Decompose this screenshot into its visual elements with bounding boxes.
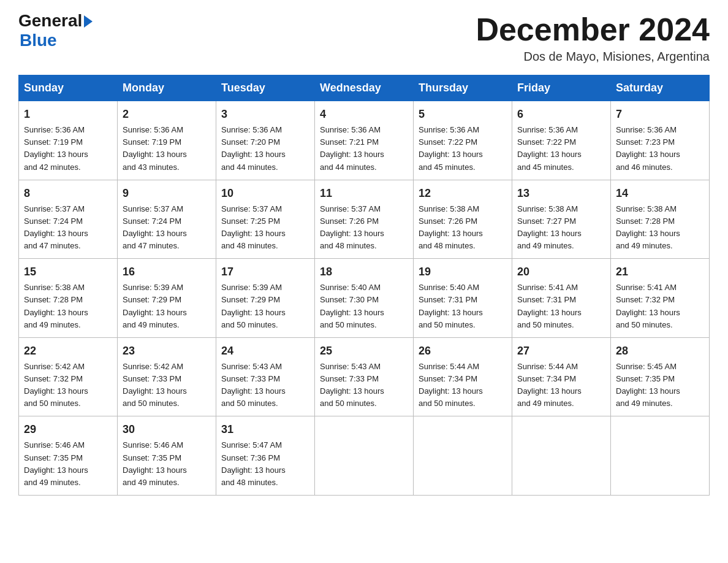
calendar-cell (512, 416, 611, 496)
day-number: 30 (123, 421, 211, 438)
calendar-cell: 5 Sunrise: 5:36 AMSunset: 7:22 PMDayligh… (414, 101, 512, 180)
day-number: 18 (320, 264, 408, 280)
day-info: Sunrise: 5:46 AMSunset: 7:35 PMDaylight:… (24, 440, 88, 486)
calendar-cell: 9 Sunrise: 5:37 AMSunset: 7:24 PMDayligh… (118, 180, 216, 259)
day-info: Sunrise: 5:44 AMSunset: 7:34 PMDaylight:… (419, 362, 483, 408)
day-number: 7 (616, 106, 704, 123)
calendar-week-row: 29 Sunrise: 5:46 AMSunset: 7:35 PMDaylig… (19, 416, 710, 496)
day-number: 19 (419, 264, 507, 280)
logo-text: General (18, 12, 93, 29)
title-area: December 2024 Dos de Mayo, Misiones, Arg… (476, 12, 710, 64)
calendar-cell: 14 Sunrise: 5:38 AMSunset: 7:28 PMDaylig… (611, 180, 710, 259)
calendar-cell: 18 Sunrise: 5:40 AMSunset: 7:30 PMDaylig… (315, 259, 414, 338)
day-header-sunday: Sunday (19, 75, 118, 101)
calendar-cell: 30 Sunrise: 5:46 AMSunset: 7:35 PMDaylig… (118, 416, 216, 496)
calendar-cell: 19 Sunrise: 5:40 AMSunset: 7:31 PMDaylig… (414, 259, 512, 338)
day-number: 25 (320, 343, 408, 359)
calendar-week-row: 22 Sunrise: 5:42 AMSunset: 7:32 PMDaylig… (19, 337, 710, 416)
day-number: 10 (221, 185, 309, 202)
day-info: Sunrise: 5:36 AMSunset: 7:22 PMDaylight:… (419, 125, 483, 171)
day-number: 8 (24, 185, 112, 202)
day-number: 21 (616, 264, 704, 280)
day-header-thursday: Thursday (414, 75, 512, 101)
calendar-cell: 16 Sunrise: 5:39 AMSunset: 7:29 PMDaylig… (118, 259, 216, 338)
day-number: 3 (221, 106, 309, 123)
day-number: 16 (123, 264, 211, 280)
logo-arrow-icon (84, 15, 93, 28)
day-info: Sunrise: 5:36 AMSunset: 7:20 PMDaylight:… (221, 125, 286, 171)
calendar-table: SundayMondayTuesdayWednesdayThursdayFrid… (18, 75, 710, 496)
day-number: 1 (24, 106, 112, 123)
calendar-cell: 4 Sunrise: 5:36 AMSunset: 7:21 PMDayligh… (315, 101, 414, 180)
day-info: Sunrise: 5:38 AMSunset: 7:26 PMDaylight:… (419, 204, 483, 250)
day-number: 26 (419, 343, 507, 359)
calendar-week-row: 8 Sunrise: 5:37 AMSunset: 7:24 PMDayligh… (19, 180, 710, 259)
day-info: Sunrise: 5:40 AMSunset: 7:31 PMDaylight:… (419, 283, 483, 329)
day-number: 13 (517, 185, 605, 202)
calendar-cell: 25 Sunrise: 5:43 AMSunset: 7:33 PMDaylig… (315, 337, 414, 416)
day-info: Sunrise: 5:36 AMSunset: 7:23 PMDaylight:… (616, 125, 680, 171)
calendar-cell: 11 Sunrise: 5:37 AMSunset: 7:26 PMDaylig… (315, 180, 414, 259)
calendar-cell: 8 Sunrise: 5:37 AMSunset: 7:24 PMDayligh… (19, 180, 118, 259)
calendar-cell: 28 Sunrise: 5:45 AMSunset: 7:35 PMDaylig… (611, 337, 710, 416)
calendar-cell: 17 Sunrise: 5:39 AMSunset: 7:29 PMDaylig… (216, 259, 315, 338)
day-number: 2 (123, 106, 211, 123)
calendar-cell (611, 416, 710, 496)
calendar-cell: 27 Sunrise: 5:44 AMSunset: 7:34 PMDaylig… (512, 337, 611, 416)
day-info: Sunrise: 5:38 AMSunset: 7:28 PMDaylight:… (616, 204, 680, 250)
day-info: Sunrise: 5:45 AMSunset: 7:35 PMDaylight:… (616, 362, 680, 408)
month-title: December 2024 (476, 12, 710, 47)
day-header-wednesday: Wednesday (315, 75, 414, 101)
calendar-cell: 23 Sunrise: 5:42 AMSunset: 7:33 PMDaylig… (118, 337, 216, 416)
day-header-saturday: Saturday (611, 75, 710, 101)
day-number: 15 (24, 264, 112, 280)
day-number: 20 (517, 264, 605, 280)
day-info: Sunrise: 5:42 AMSunset: 7:32 PMDaylight:… (24, 362, 88, 408)
day-info: Sunrise: 5:39 AMSunset: 7:29 PMDaylight:… (123, 283, 187, 329)
calendar-cell (414, 416, 512, 496)
day-header-tuesday: Tuesday (216, 75, 315, 101)
day-info: Sunrise: 5:47 AMSunset: 7:36 PMDaylight:… (221, 440, 286, 486)
day-number: 29 (24, 421, 112, 438)
day-number: 28 (616, 343, 704, 359)
day-info: Sunrise: 5:37 AMSunset: 7:24 PMDaylight:… (123, 204, 187, 250)
day-info: Sunrise: 5:41 AMSunset: 7:32 PMDaylight:… (616, 283, 680, 329)
page-header: General Blue December 2024 Dos de Mayo, … (18, 12, 710, 64)
calendar-cell: 21 Sunrise: 5:41 AMSunset: 7:32 PMDaylig… (611, 259, 710, 338)
day-number: 24 (221, 343, 309, 359)
day-number: 31 (221, 421, 309, 438)
day-number: 6 (517, 106, 605, 123)
calendar-cell: 10 Sunrise: 5:37 AMSunset: 7:25 PMDaylig… (216, 180, 315, 259)
calendar-week-row: 1 Sunrise: 5:36 AMSunset: 7:19 PMDayligh… (19, 101, 710, 180)
calendar-cell: 26 Sunrise: 5:44 AMSunset: 7:34 PMDaylig… (414, 337, 512, 416)
calendar-cell: 6 Sunrise: 5:36 AMSunset: 7:22 PMDayligh… (512, 101, 611, 180)
day-info: Sunrise: 5:37 AMSunset: 7:26 PMDaylight:… (320, 204, 384, 250)
day-info: Sunrise: 5:40 AMSunset: 7:30 PMDaylight:… (320, 283, 384, 329)
calendar-cell: 29 Sunrise: 5:46 AMSunset: 7:35 PMDaylig… (19, 416, 118, 496)
day-header-monday: Monday (118, 75, 216, 101)
calendar-cell: 22 Sunrise: 5:42 AMSunset: 7:32 PMDaylig… (19, 337, 118, 416)
calendar-cell: 13 Sunrise: 5:38 AMSunset: 7:27 PMDaylig… (512, 180, 611, 259)
day-number: 12 (419, 185, 507, 202)
calendar-cell (315, 416, 414, 496)
location-subtitle: Dos de Mayo, Misiones, Argentina (476, 50, 710, 64)
calendar-cell: 3 Sunrise: 5:36 AMSunset: 7:20 PMDayligh… (216, 101, 315, 180)
day-number: 27 (517, 343, 605, 359)
day-info: Sunrise: 5:38 AMSunset: 7:28 PMDaylight:… (24, 283, 88, 329)
day-number: 23 (123, 343, 211, 359)
day-number: 4 (320, 106, 408, 123)
logo-general-text: General (18, 12, 82, 29)
calendar-cell: 7 Sunrise: 5:36 AMSunset: 7:23 PMDayligh… (611, 101, 710, 180)
day-info: Sunrise: 5:37 AMSunset: 7:24 PMDaylight:… (24, 204, 88, 250)
day-info: Sunrise: 5:36 AMSunset: 7:19 PMDaylight:… (123, 125, 187, 171)
calendar-cell: 1 Sunrise: 5:36 AMSunset: 7:19 PMDayligh… (19, 101, 118, 180)
day-number: 22 (24, 343, 112, 359)
day-info: Sunrise: 5:37 AMSunset: 7:25 PMDaylight:… (221, 204, 286, 250)
calendar-cell: 24 Sunrise: 5:43 AMSunset: 7:33 PMDaylig… (216, 337, 315, 416)
day-info: Sunrise: 5:44 AMSunset: 7:34 PMDaylight:… (517, 362, 582, 408)
calendar-cell: 15 Sunrise: 5:38 AMSunset: 7:28 PMDaylig… (19, 259, 118, 338)
days-header-row: SundayMondayTuesdayWednesdayThursdayFrid… (19, 75, 710, 101)
day-number: 11 (320, 185, 408, 202)
day-info: Sunrise: 5:43 AMSunset: 7:33 PMDaylight:… (320, 362, 384, 408)
logo: General Blue (18, 12, 93, 50)
